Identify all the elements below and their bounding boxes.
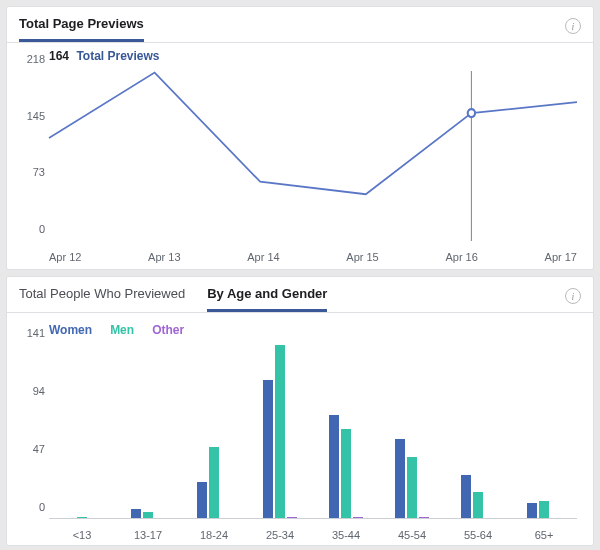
svg-point-1 [468,109,475,117]
tab-total-people[interactable]: Total People Who Previewed [19,277,185,312]
x-axis-ticks: <1313-1718-2425-3435-4445-5455-6465+ [49,529,577,541]
x-tick: 25-34 [247,529,313,541]
bar-women[interactable] [197,482,207,519]
age-gender-card: Total People Who Previewed By Age and Ge… [6,276,594,546]
bar-group [49,345,115,519]
bar-women[interactable] [395,439,405,519]
bar-men[interactable] [473,492,483,519]
bar-men[interactable] [341,429,351,519]
y-axis-ticks: 073145218 [15,71,45,241]
x-tick: Apr 15 [346,251,378,263]
chart-summary: 164 Total Previews [49,49,160,63]
bar-group [313,345,379,519]
x-tick: Apr 14 [247,251,279,263]
legend-women[interactable]: Women [49,323,92,337]
legend-other[interactable]: Other [152,323,184,337]
card-header: Total Page Previews i [7,7,593,43]
bar-men[interactable] [209,447,219,519]
bar-men[interactable] [407,457,417,519]
x-tick: Apr 13 [148,251,180,263]
bar-group [511,345,577,519]
x-tick: 13-17 [115,529,181,541]
legend-men[interactable]: Men [110,323,134,337]
y-tick: 0 [39,501,45,513]
y-tick: 47 [33,443,45,455]
summary-label: Total Previews [76,49,159,63]
bar-women[interactable] [329,415,339,519]
plot-area[interactable] [49,71,577,241]
x-axis-ticks: Apr 12Apr 13Apr 14Apr 15Apr 16Apr 17 [49,251,577,263]
info-icon[interactable]: i [565,18,581,34]
y-tick: 73 [33,166,45,178]
baseline [49,518,577,519]
bar-group [181,345,247,519]
x-tick: 18-24 [181,529,247,541]
y-axis-ticks: 04794141 [15,345,45,519]
y-tick: 141 [27,327,45,339]
plot-area[interactable] [49,345,577,519]
x-tick: Apr 12 [49,251,81,263]
bar-women[interactable] [461,475,471,519]
x-tick: 65+ [511,529,577,541]
bar-women[interactable] [263,380,273,519]
summary-value: 164 [49,49,69,63]
bar-group [445,345,511,519]
tab-row: Total Page Previews [19,7,144,42]
y-tick: 94 [33,385,45,397]
bar-men[interactable] [539,501,549,520]
x-tick: Apr 17 [545,251,577,263]
tab-total-page-previews[interactable]: Total Page Previews [19,7,144,42]
y-tick: 145 [27,110,45,122]
x-tick: 55-64 [445,529,511,541]
x-tick: 35-44 [313,529,379,541]
bar-group [379,345,445,519]
total-page-previews-card: Total Page Previews i 164 Total Previews… [6,6,594,270]
legend: Women Men Other [7,313,593,339]
bar-group [247,345,313,519]
info-icon[interactable]: i [565,288,581,304]
card-header: Total People Who Previewed By Age and Ge… [7,277,593,313]
bar-women[interactable] [527,503,537,519]
bar-chart: 04794141 <1313-1718-2425-3435-4445-5455-… [7,339,593,545]
tab-row: Total People Who Previewed By Age and Ge… [19,277,327,312]
y-tick: 0 [39,223,45,235]
y-tick: 218 [27,53,45,65]
bar-group [115,345,181,519]
x-tick: 45-54 [379,529,445,541]
line-chart: 164 Total Previews 073145218 Apr 12Apr 1… [7,43,593,269]
x-tick: <13 [49,529,115,541]
bar-men[interactable] [275,345,285,519]
tab-by-age-gender[interactable]: By Age and Gender [207,277,327,312]
x-tick: Apr 16 [445,251,477,263]
